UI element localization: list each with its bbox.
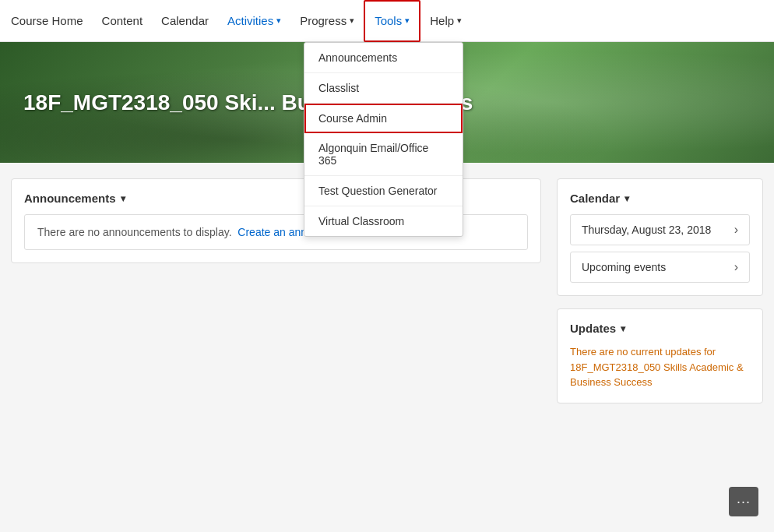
- dropdown-course-admin[interactable]: Course Admin: [304, 104, 463, 133]
- top-navigation: Course Home Content Calendar Activities …: [0, 0, 774, 42]
- activities-chevron: ▾: [276, 16, 281, 26]
- calendar-date-label: Thursday, August 23, 2018: [582, 224, 711, 236]
- tools-label: Tools: [375, 14, 402, 27]
- content-label: Content: [102, 14, 143, 27]
- updates-title: Updates: [570, 322, 616, 335]
- updates-header[interactable]: Updates ▾: [570, 322, 750, 335]
- calendar-date-item[interactable]: Thursday, August 23, 2018 ›: [570, 214, 750, 245]
- help-chevron: ▾: [457, 16, 462, 26]
- nav-course-home[interactable]: Course Home: [11, 0, 93, 42]
- calendar-nav-label: Calendar: [161, 14, 209, 27]
- calendar-date-arrow: ›: [734, 223, 738, 237]
- progress-label: Progress: [300, 14, 347, 27]
- calendar-upcoming-events[interactable]: Upcoming events ›: [570, 252, 750, 283]
- updates-text: There are no current updates for 18F_MGT…: [570, 346, 744, 388]
- no-announcements-text: There are no announcements to display.: [37, 226, 232, 238]
- announcements-chevron: ▾: [121, 193, 125, 204]
- updates-body: There are no current updates for 18F_MGT…: [570, 344, 750, 390]
- floating-button[interactable]: ···: [729, 487, 758, 516]
- help-label: Help: [430, 14, 454, 27]
- tools-chevron: ▾: [405, 16, 410, 26]
- nav-progress[interactable]: Progress ▾: [290, 0, 364, 42]
- float-btn-label: ···: [737, 494, 751, 510]
- progress-chevron: ▾: [350, 16, 354, 26]
- nav-content[interactable]: Content: [93, 0, 153, 42]
- dropdown-test-question[interactable]: Test Question Generator: [304, 176, 463, 206]
- upcoming-events-label: Upcoming events: [582, 261, 666, 273]
- calendar-chevron: ▾: [624, 193, 629, 204]
- activities-label: Activities: [227, 14, 273, 27]
- calendar-header[interactable]: Calendar ▾: [570, 192, 750, 205]
- nav-tools[interactable]: Tools ▾: [364, 0, 420, 42]
- calendar-title: Calendar: [570, 192, 620, 205]
- tools-dropdown: Announcements Classlist Course Admin Alg…: [304, 42, 463, 237]
- announcements-title: Announcements: [24, 192, 116, 205]
- dropdown-virtual-classroom[interactable]: Virtual Classroom: [304, 206, 463, 236]
- dropdown-classlist[interactable]: Classlist: [304, 73, 463, 104]
- upcoming-events-arrow: ›: [734, 260, 738, 274]
- updates-chevron: ▾: [621, 323, 625, 334]
- dropdown-algonquin-email[interactable]: Algonquin Email/Office 365: [304, 133, 463, 176]
- dropdown-announcements[interactable]: Announcements: [304, 43, 463, 73]
- nav-help[interactable]: Help ▾: [420, 0, 471, 42]
- updates-card: Updates ▾ There are no current updates f…: [557, 308, 763, 403]
- right-column: Calendar ▾ Thursday, August 23, 2018 › U…: [557, 178, 763, 403]
- course-home-label: Course Home: [11, 14, 83, 27]
- nav-calendar[interactable]: Calendar: [152, 0, 218, 42]
- nav-activities[interactable]: Activities ▾: [218, 0, 290, 42]
- calendar-card: Calendar ▾ Thursday, August 23, 2018 › U…: [557, 178, 763, 296]
